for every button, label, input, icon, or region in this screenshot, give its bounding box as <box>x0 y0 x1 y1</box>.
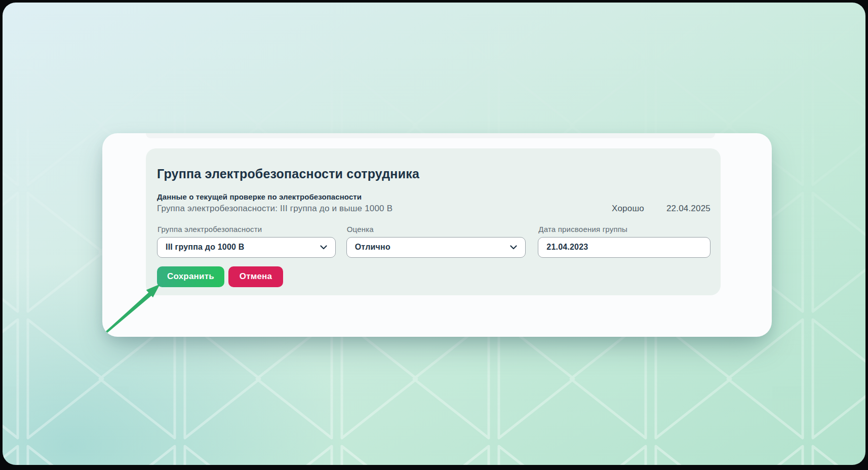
field-assign-date: Дата присвоения группы <box>538 225 711 258</box>
chevron-down-icon <box>320 245 327 250</box>
grade-value: Отлично <box>355 243 390 252</box>
field-grade: Оценка Отлично <box>346 225 526 258</box>
form-fields-row: Группа электробезопасности III группа до… <box>157 225 711 258</box>
cancel-button[interactable]: Отмена <box>228 266 283 287</box>
current-check-summary: Группа электробезопасности: III группа д… <box>157 204 392 214</box>
save-button[interactable]: Сохранить <box>157 266 224 287</box>
assign-date-label: Дата присвоения группы <box>538 225 711 233</box>
chevron-down-icon <box>510 245 517 250</box>
current-check-meta: Хорошо 22.04.2025 <box>612 204 711 214</box>
electrical-safety-section: Группа электробезопасности сотрудника Да… <box>146 148 721 295</box>
grade-select[interactable]: Отлично <box>346 237 526 258</box>
form-actions: Сохранить Отмена <box>157 266 711 287</box>
grade-label: Оценка <box>347 225 526 233</box>
safety-group-value: III группа до 1000 В <box>166 243 245 252</box>
check-date-value: 22.04.2025 <box>666 204 711 214</box>
scrolled-section-edge <box>146 133 715 138</box>
section-title: Группа электробезопасности сотрудника <box>157 166 711 182</box>
safety-group-select[interactable]: III группа до 1000 В <box>157 237 336 258</box>
content-card: Группа электробезопасности сотрудника Да… <box>102 133 772 337</box>
current-check-row: Группа электробезопасности: III группа д… <box>157 204 711 214</box>
check-result-value: Хорошо <box>612 204 644 214</box>
current-check-heading: Данные о текущей проверке по электробезо… <box>157 192 711 201</box>
safety-group-label: Группа электробезопасности <box>157 225 336 233</box>
field-safety-group: Группа электробезопасности III группа до… <box>157 225 336 258</box>
assign-date-input[interactable] <box>538 237 711 258</box>
app-background: Группа электробезопасности сотрудника Да… <box>3 3 865 465</box>
